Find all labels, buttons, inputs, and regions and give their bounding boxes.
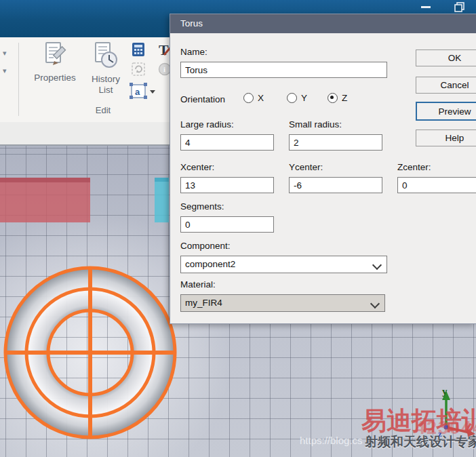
preview-button[interactable]: Preview (416, 102, 476, 121)
component-select-value: component2 (185, 259, 235, 269)
torus-dialog: Torus Name: Orientation X Y Z Large radi… (170, 14, 476, 324)
calculator-icon[interactable] (131, 42, 146, 57)
help-button[interactable]: Help (416, 130, 476, 146)
ribbon-group-label-edit: Edit (62, 105, 144, 115)
torus-wireframe-orange (5, 268, 175, 437)
svg-text:a: a (135, 87, 140, 97)
xcenter-label: Xcenter: (180, 162, 214, 172)
ribbon-button-label: History List (87, 74, 125, 96)
minimize-icon (421, 6, 431, 8)
dropdown-arrow-icon[interactable]: ▾ (3, 49, 14, 58)
watermark-tagline: 射频和天线设计专家 (365, 433, 476, 451)
minimize-button[interactable] (419, 1, 434, 14)
properties-icon (41, 41, 68, 68)
ribbon-button-history-list[interactable]: History List (87, 41, 125, 96)
radio-icon (287, 93, 297, 103)
orientation-radio-x[interactable]: X (243, 93, 264, 103)
history-list-icon (92, 41, 120, 70)
radio-label: X (258, 93, 264, 103)
radio-label: Z (342, 93, 347, 103)
component-label: Component: (180, 241, 231, 251)
orientation-label: Orientation (180, 94, 225, 104)
y-axis-label: y (442, 386, 448, 397)
chevron-down-icon (370, 299, 380, 309)
restore-icon (454, 2, 465, 13)
radio-label: Y (301, 93, 307, 103)
material-select[interactable]: my_FIR4 (180, 294, 385, 312)
restore-button[interactable] (453, 1, 468, 14)
dropdown-arrow-icon[interactable]: ▾ (3, 66, 14, 76)
ribbon-button-properties[interactable]: Properties (33, 41, 77, 83)
chevron-down-icon (372, 260, 382, 270)
ycenter-input[interactable] (289, 177, 382, 193)
svg-text:i: i (163, 65, 165, 73)
transform-disabled-icon (131, 62, 146, 77)
xcenter-input[interactable] (180, 177, 274, 193)
text-frame-icon[interactable]: a (129, 82, 156, 97)
cyan-brick-solid[interactable] (155, 178, 169, 222)
segments-label: Segments: (180, 201, 224, 212)
material-label: Material: (180, 279, 216, 290)
component-select[interactable]: component2 (180, 256, 387, 273)
cancel-button[interactable]: Cancel (416, 77, 476, 94)
torus-preview[interactable] (1, 264, 179, 441)
ribbon-button-label: Properties (33, 73, 77, 83)
red-brick-solid[interactable] (0, 178, 90, 222)
application-window: ▾ ▾ Properties History List (0, 0, 476, 457)
large-radius-label: Large radius: (180, 119, 234, 130)
zcenter-input[interactable] (397, 177, 476, 193)
name-input[interactable] (180, 62, 387, 78)
ycenter-label: Ycenter: (289, 162, 323, 172)
ribbon-separator (18, 43, 19, 116)
dialog-title-bar[interactable]: Torus (170, 14, 476, 33)
orientation-radio-y[interactable]: Y (287, 93, 307, 103)
material-select-value: my_FIR4 (185, 298, 222, 308)
zcenter-label: Zcenter: (397, 162, 431, 172)
segments-input[interactable] (180, 216, 274, 233)
radio-icon (243, 93, 254, 103)
name-label: Name: (180, 47, 207, 57)
ok-button[interactable]: OK (416, 49, 476, 66)
large-radius-input[interactable] (180, 134, 274, 151)
small-radius-label: Small radius: (289, 119, 342, 130)
orientation-radio-z[interactable]: Z (328, 93, 347, 103)
small-radius-input[interactable] (289, 134, 382, 151)
radio-icon (328, 93, 338, 103)
watermark-url: https://blog.cs (300, 435, 363, 446)
